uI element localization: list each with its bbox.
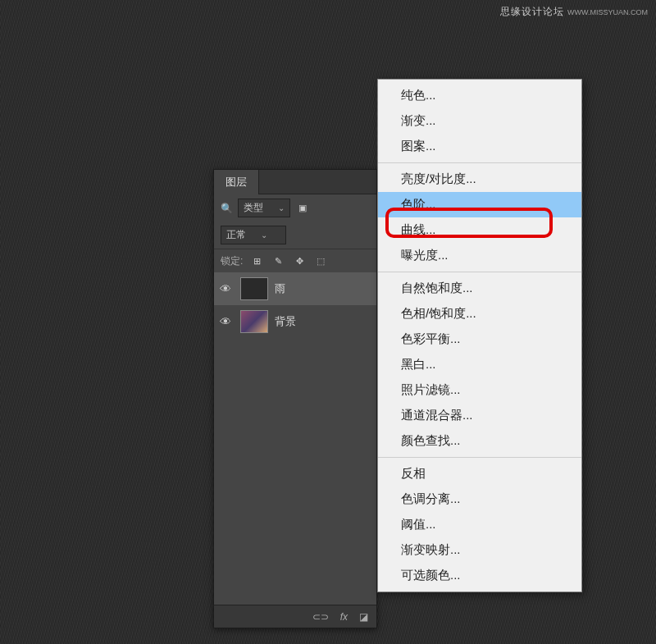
menu-item[interactable]: 曲线... [378, 217, 581, 243]
menu-item[interactable]: 渐变映射... [378, 537, 581, 563]
panel-tabs: 图层 [214, 170, 376, 194]
layer-thumbnail[interactable] [240, 277, 268, 300]
menu-item[interactable]: 色相/饱和度... [378, 301, 581, 327]
filter-row: 🔍 类型 ▣ [214, 194, 376, 222]
filter-pixel-icon[interactable]: ▣ [295, 201, 310, 216]
menu-item[interactable]: 纯色... [378, 83, 581, 108]
blend-mode-dropdown[interactable]: 正常 [221, 226, 286, 244]
menu-item[interactable]: 曝光度... [378, 243, 581, 268]
menu-item[interactable]: 阈值... [378, 512, 581, 537]
search-icon: 🔍 [221, 203, 233, 214]
watermark: 思缘设计论坛WWW.MISSYUAN.COM [500, 5, 648, 19]
menu-item[interactable]: 反相 [378, 461, 581, 486]
menu-separator [378, 272, 581, 272]
blend-row: 正常 [214, 222, 376, 249]
layer-name: 背景 [275, 314, 296, 329]
menu-separator [378, 457, 581, 458]
lock-pixels-icon[interactable]: ✎ [271, 253, 285, 268]
filter-type-dropdown[interactable]: 类型 [238, 199, 290, 217]
layer-name: 雨 [275, 281, 285, 296]
lock-position-icon[interactable]: ✥ [292, 253, 307, 268]
layer-item-background[interactable]: 👁 背景 [214, 305, 376, 338]
visibility-icon[interactable]: 👁 [217, 282, 234, 295]
menu-item[interactable]: 自然饱和度... [378, 276, 581, 301]
layer-thumbnail[interactable] [240, 310, 268, 333]
menu-separator [378, 162, 581, 163]
menu-item[interactable]: 可选颜色... [378, 563, 581, 588]
adjustment-layer-menu: 纯色...渐变...图案...亮度/对比度...色阶...曲线...曝光度...… [377, 79, 582, 592]
menu-item[interactable]: 渐变... [378, 108, 581, 134]
layers-list: 👁 雨 👁 背景 [214, 272, 376, 338]
visibility-icon[interactable]: 👁 [217, 315, 234, 328]
fx-icon[interactable]: fx [340, 611, 348, 623]
menu-item[interactable]: 色阶... [378, 192, 581, 217]
layer-item-rain[interactable]: 👁 雨 [214, 272, 376, 305]
menu-item[interactable]: 照片滤镜... [378, 377, 581, 403]
menu-item[interactable]: 亮度/对比度... [378, 167, 581, 192]
lock-row: 锁定: ⊞ ✎ ✥ ⬚ [214, 249, 376, 272]
tab-layers[interactable]: 图层 [214, 170, 259, 194]
menu-item[interactable]: 通道混合器... [378, 403, 581, 428]
menu-item[interactable]: 色调分离... [378, 486, 581, 512]
mask-icon[interactable]: ◪ [359, 611, 368, 623]
lock-artboard-icon[interactable]: ⬚ [313, 253, 328, 268]
link-layers-icon[interactable]: ⊂⊃ [312, 611, 329, 623]
menu-item[interactable]: 图案... [378, 134, 581, 159]
lock-label: 锁定: [221, 254, 243, 268]
menu-item[interactable]: 黑白... [378, 352, 581, 377]
layers-panel: 图层 🔍 类型 ▣ 正常 锁定: ⊞ ✎ ✥ ⬚ 👁 雨 👁 背景 ⊂⊃ fx [213, 169, 377, 628]
lock-transparency-icon[interactable]: ⊞ [249, 253, 264, 268]
menu-item[interactable]: 色彩平衡... [378, 327, 581, 352]
menu-item[interactable]: 颜色查找... [378, 428, 581, 454]
panel-footer: ⊂⊃ fx ◪ [214, 605, 376, 628]
